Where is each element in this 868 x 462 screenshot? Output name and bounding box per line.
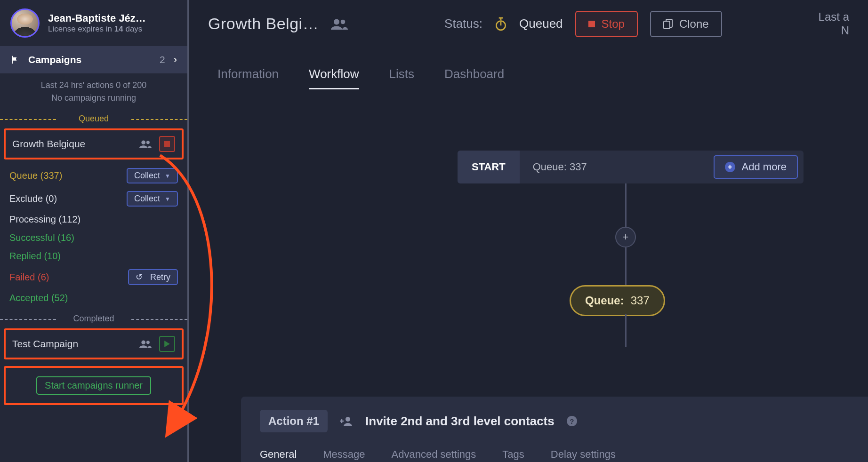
invite-icon — [340, 416, 353, 426]
stat-successful[interactable]: Successful (16) — [8, 229, 180, 247]
stop-icon — [588, 21, 595, 27]
svg-point-10 — [346, 417, 350, 422]
svg-point-1 — [146, 141, 150, 144]
main-panel: Growth Belgi… Status: Queued Stop Clone … — [189, 0, 868, 462]
main-tabs: Information Workflow Lists Dashboard — [189, 48, 868, 89]
queue-count: Queue: 337 — [520, 161, 714, 173]
plus-circle-icon: + — [725, 162, 735, 172]
svg-point-0 — [141, 140, 145, 144]
start-node: START Queue: 337 + Add more — [458, 151, 804, 183]
runner-block: Start campaigns runner — [4, 366, 184, 405]
stat-accepted[interactable]: Accepted (52) — [8, 289, 180, 307]
start-label: START — [458, 151, 520, 183]
flag-icon — [10, 55, 20, 64]
stat-failed[interactable]: Failed (6) ↺Retry — [8, 265, 180, 289]
atab-general[interactable]: General — [260, 448, 297, 462]
stat-exclude[interactable]: Exclude (0) Collect▼ — [8, 187, 180, 210]
svg-rect-8 — [588, 21, 595, 27]
license-info: License expires in 14 days — [48, 24, 146, 34]
add-more-button[interactable]: + Add more — [714, 155, 798, 179]
svg-point-4 — [146, 341, 150, 344]
campaign-name: Growth Belgique — [12, 138, 132, 150]
people-icon — [331, 18, 348, 30]
help-icon[interactable]: ? — [567, 416, 577, 426]
atab-delay[interactable]: Delay settings — [551, 448, 616, 462]
tab-lists[interactable]: Lists — [389, 67, 414, 89]
nav-campaigns-label: Campaigns — [28, 54, 149, 65]
sidebar: Jean-Baptiste Jéz… License expires in 14… — [0, 0, 189, 462]
profile-name: Jean-Baptiste Jéz… — [48, 12, 146, 24]
atab-message[interactable]: Message — [323, 448, 365, 462]
collect-exclude-button[interactable]: Collect▼ — [127, 191, 178, 207]
nav-campaigns-count: 2 — [160, 54, 165, 65]
svg-point-3 — [141, 340, 145, 344]
start-runner-button[interactable]: Start campaigns runner — [36, 376, 151, 395]
status-summary: Last 24 hrs' actions 0 of 200 No campaig… — [0, 73, 187, 112]
last-action-text: Last a N — [819, 10, 849, 38]
clone-icon — [663, 19, 673, 29]
tab-information[interactable]: Information — [217, 67, 279, 89]
status-label: Status: — [444, 16, 482, 31]
status-value: Queued — [519, 16, 563, 31]
stat-processing[interactable]: Processing (112) — [8, 210, 180, 229]
campaign-name: Test Campaign — [12, 338, 132, 350]
divider-completed: Completed — [0, 312, 187, 326]
connector-line — [625, 314, 627, 347]
avatar[interactable] — [10, 8, 40, 38]
tab-dashboard[interactable]: Dashboard — [444, 67, 504, 89]
campaign-stats: Queue (337) Collect▼ Exclude (0) Collect… — [0, 162, 187, 312]
collect-queue-button[interactable]: Collect▼ — [127, 168, 178, 183]
stat-replied[interactable]: Replied (10) — [8, 247, 180, 265]
tab-workflow[interactable]: Workflow — [309, 67, 359, 89]
svg-rect-9 — [664, 21, 670, 29]
page-title: Growth Belgi… — [208, 15, 319, 33]
nav-campaigns[interactable]: Campaigns 2 › — [0, 46, 187, 73]
svg-rect-2 — [164, 141, 170, 147]
play-campaign-button[interactable] — [159, 336, 175, 352]
campaign-item-completed[interactable]: Test Campaign — [4, 328, 184, 359]
add-step-button[interactable]: + — [615, 227, 636, 247]
svg-point-6 — [341, 19, 346, 24]
action-panel: Action #1 Invite 2nd and 3rd level conta… — [241, 397, 868, 462]
action-badge: Action #1 — [260, 410, 328, 432]
atab-advanced[interactable]: Advanced settings — [392, 448, 476, 462]
connector-line — [625, 247, 627, 285]
campaign-item-active[interactable]: Growth Belgique — [4, 128, 184, 159]
people-icon — [139, 140, 152, 148]
topbar: Growth Belgi… Status: Queued Stop Clone … — [189, 0, 868, 48]
stat-queue[interactable]: Queue (337) Collect▼ — [8, 164, 180, 187]
svg-point-5 — [334, 19, 339, 24]
workflow-canvas: START Queue: 337 + Add more + Queue: 337 — [189, 89, 868, 343]
people-icon — [139, 340, 152, 348]
divider-queued: Queued — [0, 112, 187, 126]
stop-button[interactable]: Stop — [575, 11, 638, 37]
action-title: Invite 2nd and 3rd level contacts — [365, 414, 555, 429]
connector-line — [625, 183, 627, 227]
atab-tags[interactable]: Tags — [502, 448, 524, 462]
stop-campaign-button[interactable] — [159, 136, 175, 152]
action-tabs: General Message Advanced settings Tags D… — [260, 432, 849, 462]
profile-block: Jean-Baptiste Jéz… License expires in 14… — [0, 0, 187, 46]
queue-node[interactable]: Queue: 337 — [570, 285, 665, 316]
clone-button[interactable]: Clone — [650, 11, 722, 37]
retry-button[interactable]: ↺Retry — [128, 269, 178, 285]
timer-icon — [495, 17, 507, 31]
chevron-right-icon: › — [174, 54, 177, 66]
